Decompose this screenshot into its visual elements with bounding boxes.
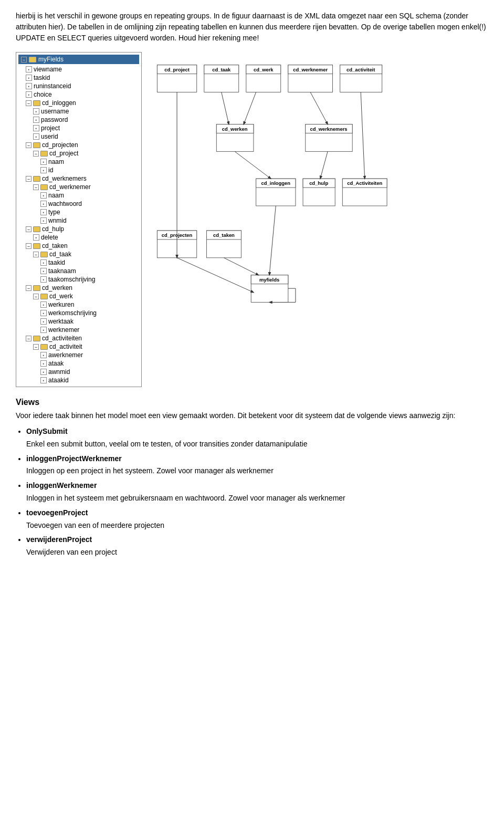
list-item: ▪ataakid xyxy=(18,376,139,384)
view-desc-1: Enkel een submit button, veelal om te te… xyxy=(26,440,307,448)
folder-icon xyxy=(40,344,48,350)
field-icon: ▪ xyxy=(33,108,39,115)
svg-text:cd_werk: cd_werk xyxy=(254,67,274,72)
list-item: ▪ataak xyxy=(18,359,139,368)
list-item: ▪naam xyxy=(18,158,139,166)
list-item: ▪wnmid xyxy=(18,216,139,225)
field-icon: ▪ xyxy=(40,259,47,266)
list-item: ▪awerknemer xyxy=(18,351,139,359)
expand-icon[interactable]: − xyxy=(26,336,32,341)
expand-icon[interactable]: − xyxy=(33,344,39,350)
svg-line-41 xyxy=(244,92,256,124)
list-item: ▪viewname xyxy=(18,65,139,74)
list-item: − cd_hulp xyxy=(18,225,139,233)
list-item: ▪id xyxy=(18,166,139,174)
expand-icon[interactable]: − xyxy=(26,243,32,249)
view-name-3: inloggenWerknemer xyxy=(26,481,97,490)
expand-icon[interactable]: − xyxy=(33,184,39,190)
folder-icon xyxy=(33,176,40,182)
list-item: ▪username xyxy=(18,107,139,116)
field-icon: ▪ xyxy=(40,192,47,199)
list-item: ▪werktaak xyxy=(18,317,139,326)
list-item: ▪wachtwoord xyxy=(18,200,139,208)
field-icon: ▪ xyxy=(40,377,47,383)
expand-icon[interactable]: − xyxy=(33,252,39,257)
field-icon: ▪ xyxy=(40,369,47,375)
list-item: − cd_projecten xyxy=(18,141,139,149)
expand-icon[interactable]: − xyxy=(26,285,32,291)
expand-icon[interactable]: − xyxy=(26,142,32,148)
folder-icon xyxy=(33,336,40,341)
svg-line-43 xyxy=(361,92,365,179)
view-name-2: inloggenProjectWerknemer xyxy=(26,454,122,463)
field-icon: ▪ xyxy=(33,133,39,140)
field-icon: ▪ xyxy=(40,268,47,274)
svg-text:cd_Activiteiten: cd_Activiteiten xyxy=(347,180,382,186)
field-icon: ▪ xyxy=(26,66,32,72)
tree-panel: − myFields ▪viewname ▪taskid ▪runinstanc… xyxy=(16,52,142,387)
field-icon: ▪ xyxy=(26,83,32,89)
svg-line-45 xyxy=(320,151,328,179)
field-icon: ▪ xyxy=(40,318,47,325)
table-cd_taken: cd_taken xyxy=(207,231,242,258)
field-icon: ▪ xyxy=(40,301,47,308)
field-icon: ▪ xyxy=(33,117,39,123)
list-item: ▪delete xyxy=(18,233,139,242)
list-item: ▪werknemer xyxy=(18,326,139,334)
svg-text:myfields: myfields xyxy=(259,277,279,283)
tree-items: ▪viewname ▪taskid ▪runinstanceid ▪choice… xyxy=(18,65,139,384)
list-item: ▪taakid xyxy=(18,258,139,267)
tree-root: − myFields xyxy=(18,55,139,64)
table-cd_werknemers: cd_werknemers xyxy=(306,124,352,152)
svg-text:cd_hulp: cd_hulp xyxy=(309,180,328,186)
list-item: inloggenProjectWerknemer Inloggen op een… xyxy=(26,453,488,478)
expand-icon[interactable]: − xyxy=(26,226,32,232)
svg-line-47 xyxy=(177,258,254,293)
tree-root-expand[interactable]: − xyxy=(21,57,27,63)
views-intro: Voor iedere taak binnen het model moet e… xyxy=(16,410,488,421)
view-desc-5: Verwijderen van een project xyxy=(26,548,117,556)
list-item: − cd_taak xyxy=(18,250,139,258)
folder-icon xyxy=(33,226,40,232)
list-item: OnlySubmit Enkel een submit button, veel… xyxy=(26,425,488,451)
svg-text:cd_taak: cd_taak xyxy=(212,67,231,72)
list-item: − cd_werknemers xyxy=(18,174,139,183)
list-item: ▪password xyxy=(18,116,139,124)
field-icon: ▪ xyxy=(33,125,39,131)
list-item: − cd_werken xyxy=(18,284,139,292)
folder-icon xyxy=(29,57,36,63)
svg-line-40 xyxy=(222,92,229,124)
list-item: ▪awnmid xyxy=(18,368,139,376)
folder-icon xyxy=(33,285,40,291)
view-desc-2: Inloggen op een project in het systeem. … xyxy=(26,466,274,475)
view-name-1: OnlySubmit xyxy=(26,427,68,435)
expand-icon[interactable]: − xyxy=(33,151,39,157)
folder-icon xyxy=(33,100,40,106)
list-item: − cd_werknemer xyxy=(18,183,139,191)
expand-icon[interactable]: − xyxy=(33,294,39,299)
svg-text:cd_werken: cd_werken xyxy=(222,126,248,132)
table-cd_werk: cd_werk xyxy=(246,65,281,92)
folder-icon xyxy=(33,142,40,148)
field-icon: ▪ xyxy=(40,209,47,215)
field-icon: ▪ xyxy=(40,159,47,165)
field-icon: ▪ xyxy=(40,167,47,173)
list-item: − cd_taken xyxy=(18,242,139,250)
svg-text:cd_werknemers: cd_werknemers xyxy=(310,126,347,132)
table-cd_taak: cd_taak xyxy=(204,65,239,92)
svg-text:cd_inloggen: cd_inloggen xyxy=(261,180,291,186)
field-icon: ▪ xyxy=(40,201,47,207)
table-cd_werken: cd_werken xyxy=(216,124,254,152)
list-item: verwijderenProject Verwijderen van een p… xyxy=(26,534,488,559)
folder-icon xyxy=(33,243,40,249)
views-title: Views xyxy=(16,398,488,407)
svg-text:cd_activiteit: cd_activiteit xyxy=(346,67,375,72)
view-desc-4: Toevoegen van een of meerdere projecten xyxy=(26,521,164,529)
list-item: inloggenWerknemer Inloggen in het systee… xyxy=(26,480,488,505)
list-item: ▪naam xyxy=(18,191,139,200)
expand-icon[interactable]: − xyxy=(26,100,32,106)
list-item: − cd_project xyxy=(18,149,139,158)
table-cd_activiteit: cd_activiteit xyxy=(340,65,382,92)
expand-icon[interactable]: − xyxy=(26,176,32,182)
svg-line-44 xyxy=(235,151,271,179)
